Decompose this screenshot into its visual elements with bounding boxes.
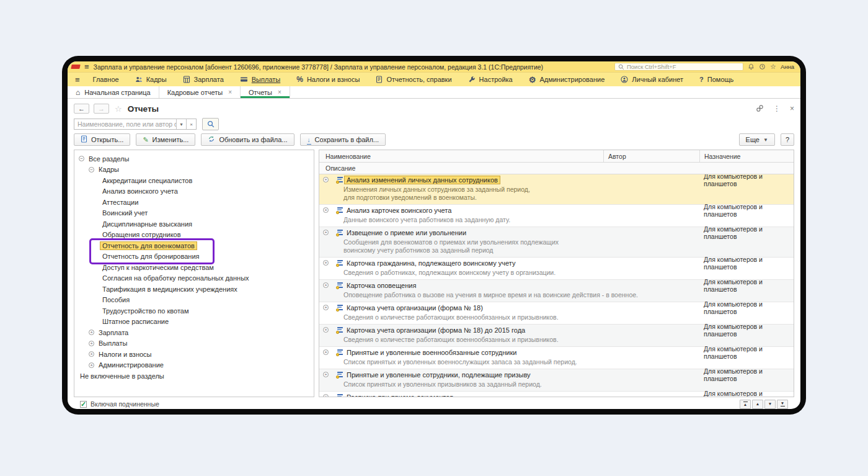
search-icon [618, 64, 624, 70]
row-expander-icon[interactable]: + [323, 230, 329, 235]
tree-item[interactable]: − Кадры [74, 164, 314, 176]
scroll-top-button[interactable]: ▲ [740, 400, 751, 409]
menu-item-зарплата[interactable]: Зарплата [175, 73, 232, 86]
tree-item[interactable]: Доступ к наркотическим средствам [74, 262, 314, 273]
row-expander-icon[interactable]: + [323, 372, 329, 377]
toolbar-button[interactable]: Обновить из файла... [201, 133, 294, 146]
column-header-author[interactable]: Автор [603, 150, 699, 162]
notifications-bell-icon[interactable] [748, 63, 755, 70]
filter-dropdown-icon[interactable]: ▾ [176, 119, 186, 129]
card-icon [240, 76, 248, 83]
report-filter-input[interactable]: Наименование, поле или автор отчета ▾ × [74, 119, 197, 130]
tree-item[interactable]: Дисциплинарные взыскания [74, 218, 314, 230]
menu-item-отчетность-справки[interactable]: Отчетность, справки [368, 73, 459, 86]
tree-item[interactable]: Воинский учет [74, 208, 314, 219]
tree-item[interactable]: + Налоги и взносы [74, 349, 314, 360]
page-title: Отчеты [128, 104, 159, 114]
menu-item-кадры[interactable]: Кадры [127, 73, 175, 86]
tree-expander-icon[interactable]: + [89, 351, 94, 357]
tree-item[interactable]: Штатное расписание [74, 317, 314, 328]
row-expander-icon[interactable]: + [323, 394, 329, 397]
row-expander-icon[interactable]: + [323, 207, 329, 213]
tree-item[interactable]: + Выплаты [74, 338, 314, 349]
menu-item-личный-кабинет[interactable]: Личный кабинет [613, 73, 691, 86]
window-tab[interactable]: Кадровые отчеты × [159, 86, 241, 98]
toolbar-button[interactable]: ✎ Изменить... [136, 133, 195, 146]
menu-item-помощь[interactable]: ? Помощь [691, 73, 742, 86]
add-favorite-star-icon[interactable]: ☆ [115, 104, 122, 114]
tree-item[interactable]: + Администрирование [74, 360, 314, 371]
tree-item[interactable]: Обращения сотрудников [74, 230, 314, 241]
menu-item-налоги-и-взносы[interactable]: % Налоги и взносы [288, 73, 368, 86]
tree-expander-icon[interactable]: + [89, 362, 94, 368]
forward-button[interactable]: → [94, 104, 109, 114]
menu-item-выплаты[interactable]: Выплаты [232, 73, 288, 86]
close-form-icon[interactable]: × [790, 105, 794, 112]
tree-item[interactable]: Трудоустройство по квотам [74, 305, 314, 317]
tree-item[interactable]: Анализ воинского учета [74, 186, 314, 197]
global-search-input[interactable]: Поиск Ctrl+Shift+F [614, 63, 743, 71]
report-row[interactable]: + Карточка учета организации (форма № 18… [319, 325, 794, 347]
report-row[interactable]: + Принятые и уволенные сотрудники, подле… [319, 369, 794, 392]
tree-item[interactable]: − Все разделы [74, 153, 314, 164]
tree-item[interactable]: Согласия на обработку персональных данны… [74, 273, 314, 284]
report-icon [336, 393, 343, 397]
user-name[interactable]: Анна [781, 63, 794, 70]
more-dots-icon[interactable]: ⋮ [773, 105, 781, 112]
scroll-bottom-button[interactable]: ▼ [777, 400, 788, 409]
scroll-down-button[interactable]: ▼ [764, 400, 776, 409]
toolbar-button[interactable]: ↓ Сохранить в файл... [300, 133, 386, 146]
menu-item-настройка[interactable]: Настройка [460, 73, 521, 86]
tree-expander-icon[interactable]: − [79, 156, 84, 161]
tree-item[interactable]: Аттестации [74, 197, 314, 208]
row-expander-icon[interactable]: + [323, 177, 329, 182]
get-link-icon[interactable] [756, 104, 764, 114]
tree-item[interactable]: + Зарплата [74, 327, 314, 338]
history-icon[interactable] [759, 63, 766, 70]
panel-splitter[interactable] [314, 150, 319, 397]
tree-expander-icon[interactable]: − [89, 167, 94, 173]
menu-item-администрирование[interactable]: ⚙ Администрирование [521, 73, 613, 86]
report-row[interactable]: + Анализ изменений личных данных сотрудн… [319, 174, 794, 205]
row-expander-icon[interactable]: + [323, 260, 329, 266]
column-header-purpose[interactable]: Назначение [699, 150, 794, 162]
toolbar-button[interactable]: Открыть... [74, 133, 130, 146]
window-tab[interactable]: ⌂ Начальная страница [68, 86, 159, 98]
sections-panel-icon[interactable]: ≡ [74, 75, 85, 84]
run-search-button[interactable] [202, 118, 219, 130]
filter-clear-icon[interactable]: × [186, 119, 196, 129]
back-button[interactable]: ← [74, 104, 89, 114]
menu-item-главное[interactable]: Главное [85, 73, 127, 86]
include-subordinates-checkbox[interactable]: ✓ [80, 401, 87, 408]
tree-expander-icon[interactable]: + [89, 341, 94, 346]
report-row[interactable]: + Извещение о приеме или увольнении Для … [319, 227, 794, 258]
row-expander-icon[interactable]: + [323, 305, 329, 310]
hamburger-icon[interactable]: ≡ [84, 63, 89, 71]
window-tab[interactable]: Отчеты × [241, 86, 290, 98]
tree-item[interactable]: Не включенные в разделы [74, 370, 314, 382]
row-expander-icon[interactable]: + [323, 282, 329, 288]
tree-item[interactable]: Тарификация в медицинских учреждениях [74, 284, 314, 295]
report-row[interactable]: + Расписка при приеме документов Для ком… [319, 392, 794, 397]
help-button[interactable]: ? [781, 133, 794, 146]
report-row[interactable]: + Карточка гражданина, подлежащего воинс… [319, 258, 794, 280]
close-tab-icon[interactable]: × [278, 89, 281, 96]
tree-item[interactable]: Пособия [74, 295, 314, 306]
more-button[interactable]: Еще▼ [739, 133, 775, 146]
report-row[interactable]: + Анализ карточек воинского учета Для ко… [319, 205, 794, 227]
column-header-name[interactable]: Наименование [319, 150, 603, 162]
scroll-up-button[interactable]: ▲ [752, 400, 763, 409]
tree-item[interactable]: Отчетность для бронирования [74, 251, 314, 263]
favorites-star-icon[interactable]: ☆ [770, 63, 776, 71]
row-expander-icon[interactable]: + [323, 327, 329, 333]
global-search-placeholder: Поиск Ctrl+Shift+F [627, 63, 676, 70]
report-row[interactable]: + Карточка учета организации (форма № 18… [319, 302, 794, 325]
row-expander-icon[interactable]: + [323, 349, 329, 355]
tree-expander-icon[interactable]: + [89, 330, 94, 335]
report-row[interactable]: + Карточка оповещения Для компьютеров и … [319, 280, 794, 302]
tree-item[interactable]: Отчетность для военкоматов [74, 240, 314, 251]
report-row[interactable]: + Принятые и уволенные военнообязанные с… [319, 347, 794, 369]
form-header-row: ← → ☆ Отчеты ⋮ × [74, 101, 794, 117]
tree-item[interactable]: Аккредитации специалистов [74, 175, 314, 186]
close-tab-icon[interactable]: × [228, 89, 232, 96]
